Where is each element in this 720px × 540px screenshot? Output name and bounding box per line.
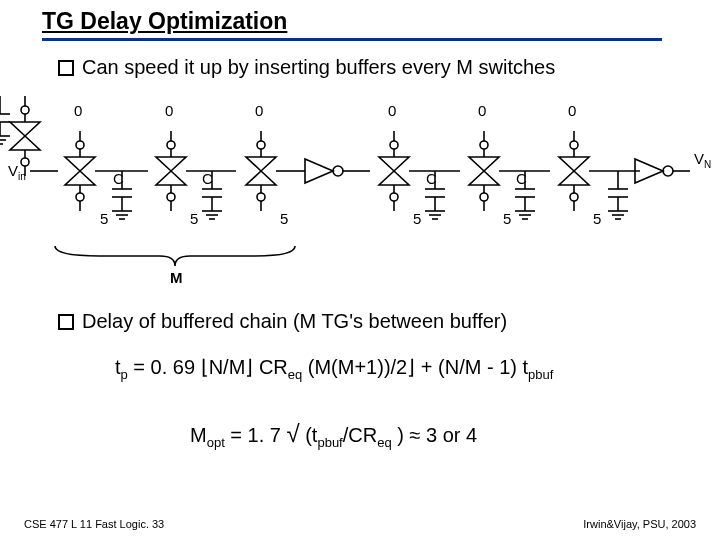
c-1: C [113, 170, 124, 187]
slide-title: TG Delay Optimization [42, 8, 287, 35]
five-3: 5 [280, 210, 288, 227]
vn-label: VN [694, 150, 711, 170]
five-5: 5 [503, 210, 511, 227]
five-2: 5 [190, 210, 198, 227]
bullet-1: Can speed it up by inserting buffers eve… [58, 56, 555, 79]
five-6: 5 [593, 210, 601, 227]
zero-4: 0 [388, 102, 396, 119]
five-1: 5 [100, 210, 108, 227]
c-5: C [516, 170, 527, 187]
bullet-square-icon [58, 314, 74, 330]
bullet-1-text: Can speed it up by inserting buffers eve… [82, 56, 555, 79]
circuit-diagram: line, path, circle, polygon { stroke:#00… [0, 96, 720, 286]
c-4: C [426, 170, 437, 187]
equation-tp: tp = 0. 69 ⌊N/M⌋ CReq (M(M+1))/2⌋ + (N/M… [115, 355, 553, 382]
footer-right: Irwin&Vijay, PSU, 2003 [583, 518, 696, 530]
zero-1: 0 [74, 102, 82, 119]
bullet-2-text: Delay of buffered chain (M TG's between … [82, 310, 507, 333]
equation-mopt: Mopt = 1. 7 √ (tpbuf/CReq ) ≈ 3 or 4 [190, 420, 477, 450]
svg-marker-17 [305, 159, 333, 183]
five-4: 5 [413, 210, 421, 227]
c-2: C [202, 170, 213, 187]
zero-5: 0 [478, 102, 486, 119]
svg-point-1 [21, 106, 29, 114]
title-rule [42, 38, 662, 41]
zero-2: 0 [165, 102, 173, 119]
bullet-square-icon [58, 60, 74, 76]
M-label: M [170, 269, 183, 286]
bullet-2: Delay of buffered chain (M TG's between … [58, 310, 507, 333]
zero-6: 0 [568, 102, 576, 119]
zero-3: 0 [255, 102, 263, 119]
footer-left: CSE 477 L 11 Fast Logic. 33 [24, 518, 164, 530]
svg-point-4 [21, 158, 29, 166]
